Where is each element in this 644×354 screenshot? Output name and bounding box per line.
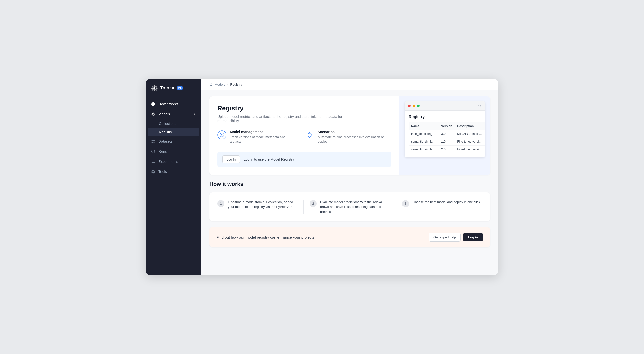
sidebar-item-label-models: Models [158, 112, 170, 116]
sidebar-navigation: How it works Models ▲ Collections Regist… [146, 97, 201, 275]
svg-point-1 [154, 85, 155, 87]
cta-actions: Get expert help Log in [429, 233, 483, 242]
sidebar-item-label-datasets: Datasets [158, 139, 172, 143]
sidebar-item-label-tools: Tools [158, 170, 167, 174]
logo-beta: β [185, 86, 187, 90]
table-cell-version: 1.0 [439, 138, 455, 145]
login-banner: Log In Log in to use the Model Registry [217, 152, 391, 167]
table-cell-description: Fine-tuned versio... Microsoft MPNet... [455, 138, 485, 145]
table-cell-description: MTCNN trained o... FACE and Celeba... [455, 130, 485, 138]
browser-dot-yellow [413, 105, 415, 107]
sidebar-item-registry[interactable]: Registry [148, 128, 199, 136]
svg-point-10 [221, 134, 223, 135]
content-area: Registry Upload model metrics and artifa… [201, 90, 498, 253]
sidebar-logo: Toloka ML β [146, 79, 201, 97]
feature-scenarios: Scenarios Automate routine processes lik… [305, 130, 391, 144]
sidebar-item-datasets[interactable]: Datasets [146, 136, 201, 146]
feature-model-management: Model management Track versions of model… [217, 130, 295, 144]
main-content: ⚙ Models › Registry Registry Upload mode… [201, 79, 498, 275]
svg-point-5 [152, 85, 154, 87]
sidebar-item-label-registry: Registry [159, 130, 172, 134]
sidebar-item-label-collections: Collections [159, 122, 176, 126]
runs-icon [151, 149, 155, 154]
datasets-icon [151, 139, 155, 144]
login-button-banner[interactable]: Log In [222, 155, 240, 163]
browser-dot-green [417, 105, 420, 107]
cta-banner: Find out how our model registry can enha… [209, 227, 490, 247]
feature-model-management-desc: Track versions of model metadata and art… [230, 135, 295, 144]
feature-scenarios-title: Scenarios [318, 130, 391, 134]
browser-dot-red [408, 105, 411, 107]
app-layout: Toloka ML β How it works Models ▲ Collec… [146, 79, 498, 275]
svg-point-0 [153, 87, 155, 89]
breadcrumb-models-icon: ⚙ [209, 83, 213, 87]
svg-point-3 [151, 87, 153, 89]
svg-point-7 [155, 85, 157, 87]
cta-text: Find out how our model registry can enha… [216, 235, 314, 239]
svg-point-4 [156, 87, 158, 89]
logo-text: Toloka [160, 85, 174, 91]
step-divider-2 [396, 200, 396, 214]
how-it-works-section: How it works 1 Fine-tune a model from ou… [209, 181, 490, 221]
breadcrumb-separator: › [227, 83, 228, 86]
breadcrumb-parent[interactable]: Models [215, 83, 225, 86]
steps-row: 1 Fine-tune a model from our collection,… [209, 192, 490, 221]
step-1: 1 Fine-tune a model from our collection,… [217, 200, 297, 214]
svg-point-8 [152, 89, 154, 91]
get-expert-help-button[interactable]: Get expert help [429, 233, 461, 242]
sidebar-item-tools[interactable]: Tools [146, 167, 201, 177]
sidebar-item-models[interactable]: Models ▲ [146, 109, 201, 119]
preview-table-header-description: Description [455, 122, 485, 130]
sidebar-item-runs[interactable]: Runs [146, 146, 201, 156]
registry-card: Registry Upload model metrics and artifa… [209, 96, 490, 175]
circle-question-icon [151, 102, 155, 106]
models-chevron-icon: ▲ [193, 112, 196, 116]
tools-icon [151, 169, 155, 174]
registry-info: Registry Upload model metrics and artifa… [209, 96, 399, 175]
step-3-number: 3 [402, 200, 409, 207]
table-cell-description: Fine-tuned versio... Microsoft MPNet... [455, 145, 485, 153]
svg-point-6 [155, 89, 157, 91]
table-cell-name: semantic_similarity_tran sformer_finetun… [409, 138, 439, 145]
registry-title: Registry [217, 104, 391, 112]
table-cell-name: face_detection_tuned [409, 130, 439, 138]
mini-browser-bar: ‹ › [405, 101, 485, 111]
preview-table: Name Version Description face_detection_… [409, 122, 485, 153]
sidebar-item-label-how-it-works: How it works [158, 102, 178, 106]
table-cell-version: 2.0 [439, 145, 455, 153]
table-cell-version: 3.0 [439, 130, 455, 138]
svg-point-11 [309, 132, 310, 133]
how-it-works-title: How it works [209, 181, 490, 187]
sidebar-item-experiments[interactable]: Experiments [146, 156, 201, 167]
browser-forward-icon: › [480, 104, 481, 108]
step-1-number: 1 [217, 200, 224, 207]
browser-window: Toloka ML β How it works Models ▲ Collec… [146, 79, 498, 275]
scenarios-icon [305, 130, 314, 139]
step-2-number: 2 [310, 200, 317, 207]
breadcrumb-current: Registry [230, 83, 242, 86]
browser-nav-icons: ‹ › [473, 104, 481, 108]
cta-login-button[interactable]: Log in [463, 233, 483, 241]
preview-table-header-version: Version [439, 122, 455, 130]
experiments-icon [151, 159, 155, 164]
step-3-text: Choose the best model and deploy in one … [413, 200, 480, 205]
registry-description: Upload model metrics and artifacts to th… [217, 115, 348, 123]
sidebar-item-label-experiments: Experiments [158, 160, 178, 164]
svg-point-12 [309, 137, 310, 138]
model-management-icon [217, 130, 226, 139]
sidebar-item-collections[interactable]: Collections [146, 119, 201, 128]
browser-back-icon: ‹ [478, 104, 479, 108]
mini-registry-title: Registry [409, 115, 481, 119]
toloka-logo-icon [151, 85, 158, 92]
step-1-text: Fine-tune a model from our collection, o… [228, 200, 297, 209]
sidebar-item-how-it-works[interactable]: How it works [146, 99, 201, 109]
step-2: 2 Evaluate model predictions with the To… [310, 200, 390, 214]
logo-ml-badge: ML [177, 86, 183, 90]
svg-point-2 [154, 89, 155, 91]
login-banner-text: Log in to use the Model Registry [244, 157, 294, 161]
browser-square-icon [473, 104, 476, 107]
preview-table-header-name: Name [409, 122, 439, 130]
table-row: semantic_similarity_tran sformer_finetun… [409, 138, 485, 145]
feature-model-management-title: Model management [230, 130, 295, 134]
table-row: face_detection_tuned3.0MTCNN trained o..… [409, 130, 485, 138]
